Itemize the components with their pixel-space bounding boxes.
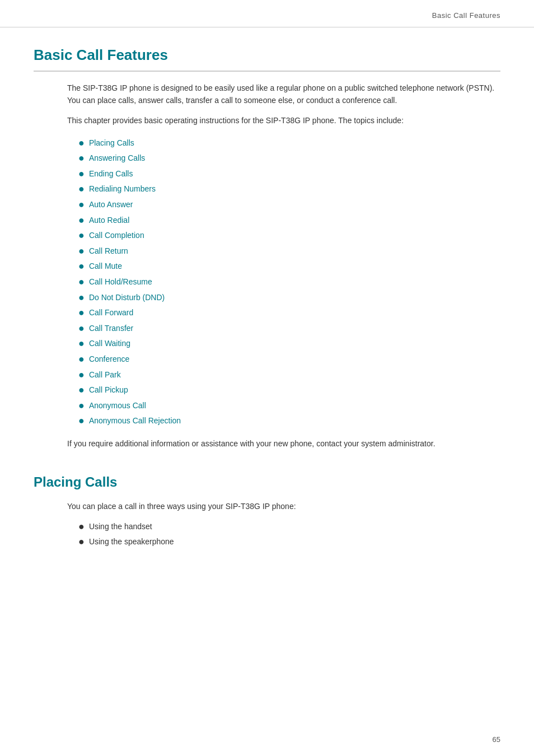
toc-link-conference[interactable]: Conference [89, 353, 129, 365]
toc-link-auto-answer[interactable]: Auto Answer [89, 199, 133, 211]
bullet-icon: ● [78, 137, 85, 150]
toc-link-auto-redial[interactable]: Auto Redial [89, 214, 129, 226]
list-item: ● Anonymous Call Rejection [78, 415, 500, 427]
bullet-icon: ● [78, 415, 85, 427]
toc-link-call-completion[interactable]: Call Completion [89, 230, 144, 241]
placing-calls-list: ● Using the handset ● Using the speakerp… [78, 521, 500, 548]
bullet-icon: ● [78, 384, 85, 396]
list-item: ● Anonymous Call [78, 400, 500, 412]
list-item: ● Ending Calls [78, 168, 500, 180]
bullet-icon: ● [78, 323, 85, 335]
list-item: ● Call Pickup [78, 384, 500, 396]
list-item: ● Auto Redial [78, 214, 500, 227]
toc-list: ● Placing Calls ● Answering Calls ● Endi… [78, 137, 500, 427]
bullet-icon: ● [78, 338, 85, 350]
toc-link-redialing-numbers[interactable]: Redialing Numbers [89, 183, 156, 195]
bullet-icon: ● [78, 230, 85, 242]
toc-link-placing-calls[interactable]: Placing Calls [89, 137, 134, 149]
list-item: ● Redialing Numbers [78, 183, 500, 195]
placing-calls-intro: You can place a call in three ways using… [67, 500, 500, 512]
bullet-icon: ● [78, 276, 85, 288]
page-number: 65 [493, 734, 500, 745]
header-bar: Basic Call Features [0, 0, 534, 27]
toc-link-anonymous-call[interactable]: Anonymous Call [89, 400, 146, 412]
bullet-icon: ● [78, 353, 85, 366]
toc-link-call-mute[interactable]: Call Mute [89, 260, 122, 272]
toc-link-answering-calls[interactable]: Answering Calls [89, 152, 145, 164]
list-item: ● Call Hold/Resume [78, 276, 500, 288]
toc-link-call-forward[interactable]: Call Forward [89, 307, 133, 319]
bullet-icon: ● [78, 183, 85, 195]
list-item: ● Call Waiting [78, 338, 500, 350]
bullet-icon: ● [78, 245, 85, 258]
bullet-icon: ● [78, 168, 85, 180]
bullet-icon: ● [78, 292, 85, 304]
placing-calls-item-handset: Using the handset [89, 521, 152, 533]
toc-link-call-transfer[interactable]: Call Transfer [89, 323, 133, 334]
list-item: ● Call Mute [78, 260, 500, 273]
content-area: Basic Call Features The SIP-T38G IP phon… [0, 27, 534, 578]
placing-calls-section: Placing Calls You can place a call in th… [34, 472, 500, 548]
bullet-icon: ● [78, 260, 85, 273]
toc-link-call-park[interactable]: Call Park [89, 369, 121, 381]
list-item: ● Call Return [78, 245, 500, 258]
intro-paragraph-1: The SIP-T38G IP phone is designed to be … [67, 82, 500, 107]
page-container: Basic Call Features Basic Call Features … [0, 0, 534, 756]
list-item: ● Call Park [78, 369, 500, 381]
header-title: Basic Call Features [432, 10, 500, 21]
list-item: ● Auto Answer [78, 199, 500, 211]
closing-text: If you require additional information or… [67, 437, 500, 450]
toc-link-call-waiting[interactable]: Call Waiting [89, 338, 130, 349]
list-item: ● Answering Calls [78, 152, 500, 165]
list-item: ● Call Forward [78, 307, 500, 319]
bullet-icon: ● [78, 214, 85, 227]
list-item: ● Do Not Disturb (DND) [78, 292, 500, 304]
bullet-icon: ● [78, 400, 85, 412]
placing-calls-title: Placing Calls [34, 472, 500, 492]
bullet-icon: ● [78, 199, 85, 211]
list-item: ● Using the handset [78, 521, 500, 533]
toc-link-call-return[interactable]: Call Return [89, 245, 128, 257]
list-item: ● Placing Calls [78, 137, 500, 150]
toc-link-call-hold-resume[interactable]: Call Hold/Resume [89, 276, 152, 288]
placing-calls-item-speakerphone: Using the speakerphone [89, 536, 174, 548]
intro-paragraph-2: This chapter provides basic operating in… [67, 114, 500, 127]
list-item: ● Call Transfer [78, 323, 500, 335]
main-section-title: Basic Call Features [34, 44, 500, 72]
list-item: ● Call Completion [78, 230, 500, 242]
toc-link-call-pickup[interactable]: Call Pickup [89, 384, 128, 396]
sub-bullet-icon: ● [78, 521, 85, 533]
sub-bullet-icon: ● [78, 536, 85, 548]
bullet-icon: ● [78, 152, 85, 165]
list-item: ● Conference [78, 353, 500, 366]
toc-link-anonymous-call-rejection[interactable]: Anonymous Call Rejection [89, 415, 181, 427]
toc-link-ending-calls[interactable]: Ending Calls [89, 168, 133, 180]
list-item: ● Using the speakerphone [78, 536, 500, 548]
toc-link-do-not-disturb[interactable]: Do Not Disturb (DND) [89, 292, 165, 304]
bullet-icon: ● [78, 369, 85, 381]
bullet-icon: ● [78, 307, 85, 319]
